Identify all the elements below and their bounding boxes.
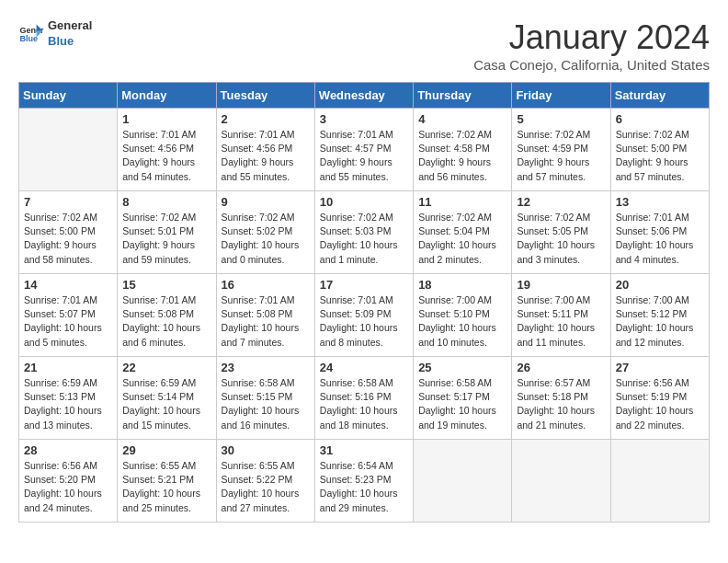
- day-info: Sunrise: 7:01 AM Sunset: 4:56 PM Dayligh…: [222, 128, 310, 184]
- day-info: Sunrise: 6:56 AM Sunset: 5:20 PM Dayligh…: [24, 459, 112, 515]
- calendar-cell: 19Sunrise: 7:00 AM Sunset: 5:11 PM Dayli…: [512, 274, 610, 357]
- day-info: Sunrise: 7:02 AM Sunset: 5:00 PM Dayligh…: [616, 128, 704, 184]
- day-header-wednesday: Wednesday: [314, 83, 413, 109]
- calendar-cell: [512, 440, 610, 523]
- logo-icon: General Blue: [18, 21, 44, 47]
- week-row-1: 1Sunrise: 7:01 AM Sunset: 4:56 PM Daylig…: [19, 109, 710, 191]
- day-number: 11: [418, 195, 506, 209]
- calendar-cell: 1Sunrise: 7:01 AM Sunset: 4:56 PM Daylig…: [118, 109, 216, 191]
- calendar-cell: 7Sunrise: 7:02 AM Sunset: 5:00 PM Daylig…: [19, 191, 118, 274]
- day-info: Sunrise: 6:59 AM Sunset: 5:14 PM Dayligh…: [122, 376, 210, 432]
- day-info: Sunrise: 7:02 AM Sunset: 4:58 PM Dayligh…: [418, 128, 506, 184]
- calendar-cell: [414, 440, 512, 523]
- day-number: 17: [320, 278, 408, 292]
- day-number: 7: [24, 195, 112, 209]
- day-info: Sunrise: 7:01 AM Sunset: 5:08 PM Dayligh…: [222, 293, 310, 350]
- day-number: 24: [320, 361, 408, 374]
- day-number: 23: [222, 361, 310, 374]
- day-number: 18: [418, 278, 506, 292]
- day-info: Sunrise: 7:02 AM Sunset: 4:59 PM Dayligh…: [517, 128, 605, 184]
- calendar-cell: 24Sunrise: 6:58 AM Sunset: 5:16 PM Dayli…: [314, 357, 413, 440]
- day-info: Sunrise: 6:58 AM Sunset: 5:15 PM Dayligh…: [222, 376, 310, 432]
- calendar-table: SundayMondayTuesdayWednesdayThursdayFrid…: [18, 82, 710, 523]
- calendar-cell: 31Sunrise: 6:54 AM Sunset: 5:23 PM Dayli…: [314, 440, 413, 523]
- day-number: 9: [222, 195, 310, 209]
- day-number: 26: [517, 361, 605, 374]
- day-info: Sunrise: 6:55 AM Sunset: 5:21 PM Dayligh…: [122, 459, 210, 515]
- day-header-monday: Monday: [118, 83, 216, 109]
- calendar-cell: 9Sunrise: 7:02 AM Sunset: 5:02 PM Daylig…: [216, 191, 314, 274]
- day-info: Sunrise: 7:01 AM Sunset: 4:56 PM Dayligh…: [122, 128, 210, 184]
- calendar-subtitle: Casa Conejo, California, United States: [473, 57, 710, 73]
- logo: General Blue General Blue: [18, 18, 92, 50]
- calendar-cell: 18Sunrise: 7:00 AM Sunset: 5:10 PM Dayli…: [414, 274, 512, 357]
- day-header-tuesday: Tuesday: [216, 83, 314, 109]
- day-info: Sunrise: 7:02 AM Sunset: 5:01 PM Dayligh…: [122, 211, 210, 267]
- day-info: Sunrise: 7:00 AM Sunset: 5:11 PM Dayligh…: [517, 293, 605, 350]
- calendar-cell: 13Sunrise: 7:01 AM Sunset: 5:06 PM Dayli…: [610, 191, 709, 274]
- day-number: 1: [122, 112, 210, 126]
- calendar-cell: 3Sunrise: 7:01 AM Sunset: 4:57 PM Daylig…: [314, 109, 413, 191]
- day-info: Sunrise: 6:59 AM Sunset: 5:13 PM Dayligh…: [24, 376, 112, 432]
- day-number: 15: [122, 278, 210, 292]
- day-info: Sunrise: 7:00 AM Sunset: 5:10 PM Dayligh…: [418, 293, 506, 350]
- calendar-cell: 17Sunrise: 7:01 AM Sunset: 5:09 PM Dayli…: [314, 274, 413, 357]
- day-info: Sunrise: 7:00 AM Sunset: 5:12 PM Dayligh…: [616, 293, 704, 350]
- day-number: 16: [222, 278, 310, 292]
- header-row: SundayMondayTuesdayWednesdayThursdayFrid…: [19, 83, 710, 109]
- week-row-2: 7Sunrise: 7:02 AM Sunset: 5:00 PM Daylig…: [19, 191, 710, 274]
- day-number: 10: [320, 195, 408, 209]
- calendar-cell: 16Sunrise: 7:01 AM Sunset: 5:08 PM Dayli…: [216, 274, 314, 357]
- calendar-cell: 2Sunrise: 7:01 AM Sunset: 4:56 PM Daylig…: [216, 109, 314, 191]
- week-row-4: 21Sunrise: 6:59 AM Sunset: 5:13 PM Dayli…: [19, 357, 710, 440]
- calendar-cell: 23Sunrise: 6:58 AM Sunset: 5:15 PM Dayli…: [216, 357, 314, 440]
- day-number: 3: [320, 112, 408, 126]
- calendar-cell: 20Sunrise: 7:00 AM Sunset: 5:12 PM Dayli…: [610, 274, 709, 357]
- week-row-3: 14Sunrise: 7:01 AM Sunset: 5:07 PM Dayli…: [19, 274, 710, 357]
- day-info: Sunrise: 6:56 AM Sunset: 5:19 PM Dayligh…: [616, 376, 704, 432]
- day-info: Sunrise: 7:02 AM Sunset: 5:02 PM Dayligh…: [222, 211, 310, 267]
- day-info: Sunrise: 7:01 AM Sunset: 5:07 PM Dayligh…: [24, 293, 112, 350]
- calendar-cell: 30Sunrise: 6:55 AM Sunset: 5:22 PM Dayli…: [216, 440, 314, 523]
- day-info: Sunrise: 7:02 AM Sunset: 5:05 PM Dayligh…: [517, 211, 605, 267]
- calendar-cell: 6Sunrise: 7:02 AM Sunset: 5:00 PM Daylig…: [610, 109, 709, 191]
- day-number: 21: [24, 361, 112, 374]
- day-number: 12: [517, 195, 605, 209]
- day-header-friday: Friday: [512, 83, 610, 109]
- day-info: Sunrise: 6:54 AM Sunset: 5:23 PM Dayligh…: [320, 459, 408, 515]
- day-info: Sunrise: 7:01 AM Sunset: 4:57 PM Dayligh…: [320, 128, 408, 184]
- day-number: 4: [418, 112, 506, 126]
- calendar-cell: 4Sunrise: 7:02 AM Sunset: 4:58 PM Daylig…: [414, 109, 512, 191]
- day-number: 27: [616, 361, 704, 374]
- day-info: Sunrise: 7:02 AM Sunset: 5:04 PM Dayligh…: [418, 211, 506, 267]
- calendar-cell: 27Sunrise: 6:56 AM Sunset: 5:19 PM Dayli…: [610, 357, 709, 440]
- day-number: 25: [418, 361, 506, 374]
- page-header: General Blue General Blue January 2024 C…: [18, 18, 710, 73]
- calendar-cell: 25Sunrise: 6:58 AM Sunset: 5:17 PM Dayli…: [414, 357, 512, 440]
- calendar-title: January 2024: [473, 18, 710, 57]
- day-number: 19: [517, 278, 605, 292]
- svg-text:Blue: Blue: [19, 34, 38, 43]
- day-number: 8: [122, 195, 210, 209]
- day-info: Sunrise: 7:02 AM Sunset: 5:00 PM Dayligh…: [24, 211, 112, 267]
- day-number: 2: [222, 112, 310, 126]
- calendar-cell: 15Sunrise: 7:01 AM Sunset: 5:08 PM Dayli…: [118, 274, 216, 357]
- calendar-cell: 12Sunrise: 7:02 AM Sunset: 5:05 PM Dayli…: [512, 191, 610, 274]
- calendar-cell: 8Sunrise: 7:02 AM Sunset: 5:01 PM Daylig…: [118, 191, 216, 274]
- title-block: January 2024 Casa Conejo, California, Un…: [473, 18, 710, 73]
- calendar-cell: 28Sunrise: 6:56 AM Sunset: 5:20 PM Dayli…: [19, 440, 118, 523]
- calendar-cell: [19, 109, 118, 191]
- calendar-cell: 5Sunrise: 7:02 AM Sunset: 4:59 PM Daylig…: [512, 109, 610, 191]
- day-number: 14: [24, 278, 112, 292]
- calendar-cell: 10Sunrise: 7:02 AM Sunset: 5:03 PM Dayli…: [314, 191, 413, 274]
- day-number: 29: [122, 443, 210, 457]
- calendar-cell: 29Sunrise: 6:55 AM Sunset: 5:21 PM Dayli…: [118, 440, 216, 523]
- day-header-saturday: Saturday: [610, 83, 709, 109]
- day-info: Sunrise: 7:01 AM Sunset: 5:09 PM Dayligh…: [320, 293, 408, 350]
- day-info: Sunrise: 7:01 AM Sunset: 5:06 PM Dayligh…: [616, 211, 704, 267]
- calendar-cell: [610, 440, 709, 523]
- day-number: 28: [24, 443, 112, 457]
- calendar-cell: 11Sunrise: 7:02 AM Sunset: 5:04 PM Dayli…: [414, 191, 512, 274]
- day-number: 20: [616, 278, 704, 292]
- day-info: Sunrise: 6:58 AM Sunset: 5:16 PM Dayligh…: [320, 376, 408, 432]
